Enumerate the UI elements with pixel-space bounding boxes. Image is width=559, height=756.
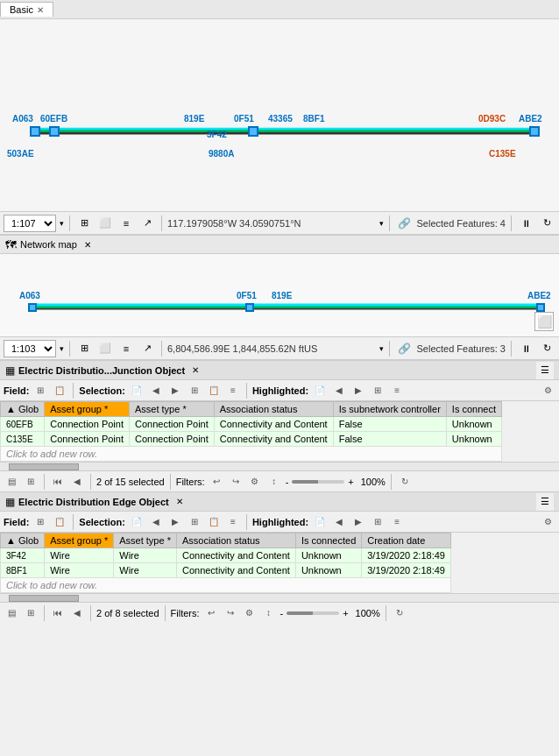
map2-list-btn[interactable]: ≡: [117, 340, 135, 357]
junction-expand-btn[interactable]: ⊞: [23, 474, 39, 490]
edge-zoom-slider[interactable]: [287, 611, 339, 615]
edge-th-glob[interactable]: ▲ Glob: [1, 533, 45, 548]
edge-hi-btn2[interactable]: ◀: [331, 514, 347, 530]
map2-grid-btn[interactable]: ⊞: [75, 340, 93, 357]
junction-sel-btn4[interactable]: ⊞: [187, 383, 202, 399]
edge-filter-btn4[interactable]: ↕: [261, 605, 277, 621]
junction-sel-btn5[interactable]: 📋: [206, 383, 222, 399]
junction-sel-btn3[interactable]: ▶: [167, 383, 183, 399]
edge-refresh-btn[interactable]: ↻: [392, 605, 407, 621]
junction-sel-btn2[interactable]: ◀: [148, 383, 164, 399]
edge-filter-btn3[interactable]: ⚙: [242, 605, 258, 621]
edge-hi-btn1[interactable]: 📄: [312, 514, 328, 530]
edge-zoom-plus[interactable]: +: [343, 608, 348, 618]
edge-filter-btn2[interactable]: ↪: [223, 605, 238, 621]
junction-hi-btn3[interactable]: ▶: [350, 383, 366, 399]
node-box-a063[interactable]: [30, 126, 40, 137]
map2-refresh-btn[interactable]: ↻: [538, 340, 555, 357]
junction-th-is-subnetwork[interactable]: Is subnetwork controller: [333, 402, 446, 417]
node-box-0f51[interactable]: [248, 126, 258, 137]
map2-box-a063[interactable]: [28, 303, 37, 312]
junction-hi-btn1[interactable]: 📄: [312, 383, 328, 399]
node-box-abe2[interactable]: [529, 126, 540, 137]
junction-zoom-plus[interactable]: +: [348, 477, 353, 487]
edge-hi-btn4[interactable]: ⊞: [370, 514, 386, 530]
edge-add-row[interactable]: Click to add new row.: [1, 578, 451, 593]
junction-row-0[interactable]: 60EFB Connection Point Connection Point …: [1, 417, 502, 432]
junction-zoom-slider[interactable]: [292, 480, 344, 484]
edge-th-asset-group[interactable]: Asset group *: [45, 533, 114, 548]
junction-zoom-minus[interactable]: -: [286, 477, 289, 487]
map2-box-abe2[interactable]: [536, 303, 545, 312]
edge-filter-btn1[interactable]: ↩: [203, 605, 219, 621]
edge-hscroll-thumb[interactable]: [9, 595, 79, 602]
junction-field-btn2[interactable]: 📋: [52, 383, 67, 399]
map1-select-btn[interactable]: ⬜: [96, 215, 114, 232]
junction-field-btn1[interactable]: ⊞: [32, 383, 48, 399]
edge-hi-btn3[interactable]: ▶: [350, 514, 366, 530]
map2-arrow-btn[interactable]: ↗: [138, 340, 156, 357]
junction-th-asset-group[interactable]: Asset group *: [45, 402, 130, 417]
map2-select-btn[interactable]: ⬜: [96, 340, 114, 357]
edge-layout-btn[interactable]: ▤: [4, 605, 19, 621]
junction-filter-btn4[interactable]: ↕: [266, 474, 282, 490]
map1-arrow-btn[interactable]: ↗: [138, 215, 156, 232]
edge-field-btn1[interactable]: ⊞: [32, 514, 48, 530]
junction-th-assoc-status[interactable]: Association status: [214, 402, 333, 417]
edge-panel-close[interactable]: ✕: [176, 497, 183, 506]
junction-prev-btn[interactable]: ◀: [69, 474, 85, 490]
map2-zoom-select[interactable]: 1:103: [4, 340, 56, 357]
junction-filter-btn1[interactable]: ↩: [209, 474, 224, 490]
map1-refresh-btn[interactable]: ↻: [538, 215, 555, 232]
junction-panel-close[interactable]: ✕: [192, 365, 199, 375]
edge-prev-btn[interactable]: ◀: [69, 605, 85, 621]
edge-th-creation-date[interactable]: Creation date: [362, 533, 451, 548]
edge-sel-btn5[interactable]: 📋: [206, 514, 222, 530]
edge-th-assoc-status[interactable]: Association status: [176, 533, 295, 548]
tab-basic[interactable]: Basic ✕: [0, 2, 53, 17]
junction-layout-btn[interactable]: ▤: [4, 474, 19, 490]
junction-refresh-btn[interactable]: ↻: [397, 474, 413, 490]
edge-panel-menu-btn[interactable]: ☰: [536, 493, 554, 511]
edge-settings-btn[interactable]: ⚙: [540, 514, 555, 530]
edge-hscroll[interactable]: [0, 593, 559, 602]
edge-th-asset-type[interactable]: Asset type *: [114, 533, 177, 548]
map1-pause-btn[interactable]: ⏸: [517, 215, 534, 232]
edge-sel-btn2[interactable]: ◀: [148, 514, 164, 530]
mini-map-icon[interactable]: ⬜: [534, 312, 554, 331]
junction-hi-btn5[interactable]: ≡: [389, 383, 405, 399]
junction-hscroll[interactable]: [0, 462, 559, 470]
edge-expand-btn[interactable]: ⊞: [23, 605, 39, 621]
edge-zoom-minus[interactable]: -: [280, 608, 284, 618]
edge-row-0[interactable]: 3F42 Wire Wire Connectivity and Content …: [1, 548, 451, 563]
map2-pause-btn[interactable]: ⏸: [517, 340, 534, 357]
junction-panel-menu-btn[interactable]: ☰: [536, 362, 554, 379]
junction-hi-btn4[interactable]: ⊞: [370, 383, 386, 399]
map2-coords-chevron[interactable]: ▾: [379, 344, 384, 353]
junction-hscroll-thumb[interactable]: [9, 463, 79, 470]
junction-first-btn[interactable]: ⏮: [50, 474, 66, 490]
edge-hi-btn5[interactable]: ≡: [389, 514, 405, 530]
edge-first-btn[interactable]: ⏮: [50, 605, 66, 621]
map2-box-0f51[interactable]: [245, 303, 254, 312]
edge-th-is-connected[interactable]: Is connected: [295, 533, 361, 548]
map1-grid-btn[interactable]: ⊞: [75, 215, 93, 232]
junction-sel-btn1[interactable]: 📄: [129, 383, 145, 399]
junction-th-asset-type[interactable]: Asset type *: [129, 402, 214, 417]
edge-sel-btn6[interactable]: ≡: [225, 514, 241, 530]
junction-row-1[interactable]: C135E Connection Point Connection Point …: [1, 432, 502, 447]
edge-sel-btn3[interactable]: ▶: [167, 514, 183, 530]
junction-th-glob[interactable]: ▲ Glob: [1, 402, 45, 417]
network-map-close-btn[interactable]: ✕: [84, 240, 91, 250]
map1-coords-chevron[interactable]: ▾: [379, 219, 384, 228]
junction-settings-btn[interactable]: ⚙: [540, 383, 555, 399]
junction-filter-btn2[interactable]: ↪: [228, 474, 244, 490]
junction-th-is-connect[interactable]: Is connect: [446, 402, 501, 417]
edge-row-1[interactable]: 8BF1 Wire Wire Connectivity and Content …: [1, 563, 451, 578]
tab-basic-close[interactable]: ✕: [37, 5, 44, 15]
junction-filter-btn3[interactable]: ⚙: [247, 474, 263, 490]
map1-zoom-select[interactable]: 1:107: [4, 215, 56, 232]
junction-sel-btn6[interactable]: ≡: [225, 383, 241, 399]
edge-field-btn2[interactable]: 📋: [52, 514, 67, 530]
junction-hi-btn2[interactable]: ◀: [331, 383, 347, 399]
